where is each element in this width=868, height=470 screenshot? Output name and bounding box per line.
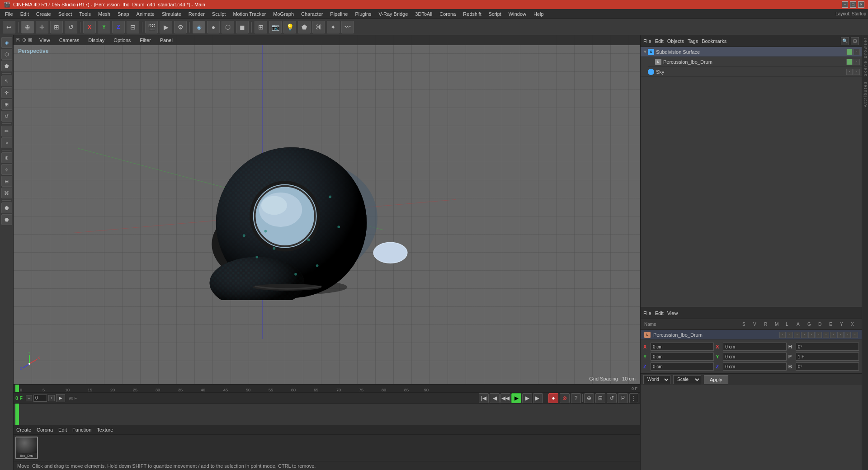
om-filter[interactable]: ⊟ [851, 37, 859, 45]
obj-row-drum[interactable]: ▶ L Percussion_Ibo_Drum · [648, 57, 862, 67]
pv-s[interactable]: · [779, 332, 786, 338]
menu-script[interactable]: Script [486, 10, 505, 18]
pv-y[interactable]: · [844, 332, 851, 338]
menu-character[interactable]: Character [298, 10, 326, 18]
cursor-tool[interactable]: ↖ [1, 75, 12, 86]
menu-window[interactable]: Window [505, 10, 529, 18]
mograph-tool[interactable]: ✦ [327, 21, 340, 33]
menu-edit[interactable]: Edit [17, 10, 32, 18]
sky-vis-1[interactable]: · [846, 69, 853, 75]
vp-menu-panel[interactable]: Panel [158, 37, 175, 44]
camera-tool[interactable]: 📷 [269, 21, 282, 33]
rotate-lt[interactable]: ↺ [1, 111, 12, 122]
pv-g[interactable]: · [823, 332, 829, 338]
pv-m[interactable]: · [801, 332, 807, 338]
step-back-btn[interactable]: ◀ [490, 393, 500, 403]
y-axis-btn[interactable]: Y [98, 21, 110, 33]
vp-menu-view[interactable]: View [38, 37, 52, 44]
edge-mode[interactable]: ⬡ [222, 21, 234, 33]
tl-arrow-right[interactable]: ▶ [56, 394, 65, 402]
material-swatch[interactable]: Ibo_Dru [15, 437, 38, 459]
om-file[interactable]: File [643, 38, 651, 44]
obj-row-subdivision[interactable]: ▼ S Subdivision Surface · [641, 47, 862, 57]
scale-dropdown[interactable]: Scale Freeze [673, 375, 701, 384]
menu-tools[interactable]: Tools [76, 10, 94, 18]
menu-snap[interactable]: Snap [114, 10, 132, 18]
coord-z2[interactable] [723, 362, 786, 371]
drum-vis-1[interactable] [846, 59, 853, 65]
frame-input[interactable] [33, 395, 47, 402]
tl-icon-strip[interactable]: ⋮ [629, 393, 638, 403]
jump-start-btn[interactable]: |◀ [479, 393, 489, 403]
viewport[interactable]: ⇱ ⊕ ⊠ View Cameras Display Options Filte… [14, 35, 640, 384]
maximize-button[interactable]: □ [850, 1, 856, 8]
auto-record-btn[interactable]: ⊗ [560, 393, 570, 403]
pv-r[interactable]: · [794, 332, 800, 338]
om-edit[interactable]: Edit [655, 38, 664, 44]
menu-plugins[interactable]: Plugins [352, 10, 374, 18]
menu-motion-tracker[interactable]: Motion Tracker [230, 10, 269, 18]
keyframe-btn[interactable]: ? [571, 393, 581, 403]
drum-vis-2[interactable]: · [854, 59, 860, 65]
menu-redshift[interactable]: Redshift [460, 10, 484, 18]
undo-button[interactable]: ↩ [3, 21, 15, 33]
sculpt-mode[interactable]: ⬢ [1, 202, 12, 213]
menu-simulate[interactable]: Simulate [159, 10, 184, 18]
live-select-tool[interactable]: ⊕ [21, 21, 34, 33]
pv-e[interactable]: · [837, 332, 844, 338]
magnet-tool[interactable]: ⟡ [1, 164, 12, 175]
coord-z-pos[interactable] [651, 362, 714, 371]
tl-pos-key[interactable]: P [618, 393, 628, 403]
render-to-po[interactable]: ⚙ [174, 21, 187, 33]
move-lt[interactable]: ✛ [1, 87, 12, 98]
om-tags[interactable]: Tags [688, 38, 698, 44]
material-tool[interactable]: ⬟ [298, 21, 311, 33]
pv-x[interactable]: · [852, 332, 858, 338]
world-axis-btn[interactable]: ⊟ [127, 21, 139, 33]
play-reverse-btn[interactable]: ◀◀ [500, 393, 510, 403]
knife-tool[interactable]: ⌖ [1, 137, 12, 148]
timeline-track[interactable] [14, 404, 640, 425]
vp-menu-options[interactable]: Options [112, 37, 132, 44]
om-bookmarks[interactable]: Bookmarks [702, 38, 726, 44]
coord-x2[interactable] [723, 343, 786, 351]
z-axis-btn[interactable]: Z [112, 21, 125, 33]
pv-l[interactable]: · [808, 332, 815, 338]
mat-edit[interactable]: Edit [58, 427, 67, 432]
menu-mograph[interactable]: MoGraph [270, 10, 297, 18]
tl-plus-btn[interactable]: + [48, 395, 55, 401]
render-region[interactable]: 🎬 [145, 21, 158, 33]
scale-tool[interactable]: ⊞ [50, 21, 63, 33]
props-file[interactable]: File [643, 310, 651, 316]
tl-del-key[interactable]: ⊟ [595, 393, 605, 403]
lock-icon[interactable]: ⊠ [28, 37, 32, 43]
vp-menu-filter[interactable]: Filter [138, 37, 152, 44]
menu-pipeline[interactable]: Pipeline [327, 10, 351, 18]
tl-add-key[interactable]: ⊕ [584, 393, 594, 403]
play-btn[interactable]: ▶ [511, 393, 521, 403]
pv-d[interactable]: · [830, 332, 836, 338]
render-viewport[interactable]: ▶ [160, 21, 172, 33]
mat-texture[interactable]: Texture [97, 427, 113, 432]
menu-help[interactable]: Help [530, 10, 547, 18]
obj-mode[interactable]: ◈ [193, 21, 205, 33]
vp-menu-display[interactable]: Display [86, 37, 106, 44]
hair-tool[interactable]: 〰 [341, 21, 354, 33]
pen-tool[interactable]: ✏ [1, 126, 12, 136]
coord-b-pos[interactable] [796, 362, 859, 371]
close-button[interactable]: ✕ [858, 1, 864, 8]
menu-render[interactable]: Render [185, 10, 208, 18]
om-objects[interactable]: Objects [667, 38, 684, 44]
mat-create[interactable]: Create [16, 427, 31, 432]
scale-lt[interactable]: ⊞ [1, 99, 12, 110]
menu-vray[interactable]: V-Ray Bridge [376, 10, 411, 18]
mat-corona[interactable]: Corona [37, 427, 53, 432]
coord-h-pos[interactable] [796, 343, 859, 351]
menu-create[interactable]: Create [33, 10, 54, 18]
rotate-tool[interactable]: ↺ [65, 21, 77, 33]
sky-vis-2[interactable]: · [854, 69, 860, 75]
subdiv-vis-1[interactable] [846, 49, 853, 55]
brush-tool[interactable]: ⌘ [1, 188, 12, 198]
world-dropdown[interactable]: World Object [643, 375, 670, 384]
coord-p-pos[interactable] [796, 352, 859, 361]
